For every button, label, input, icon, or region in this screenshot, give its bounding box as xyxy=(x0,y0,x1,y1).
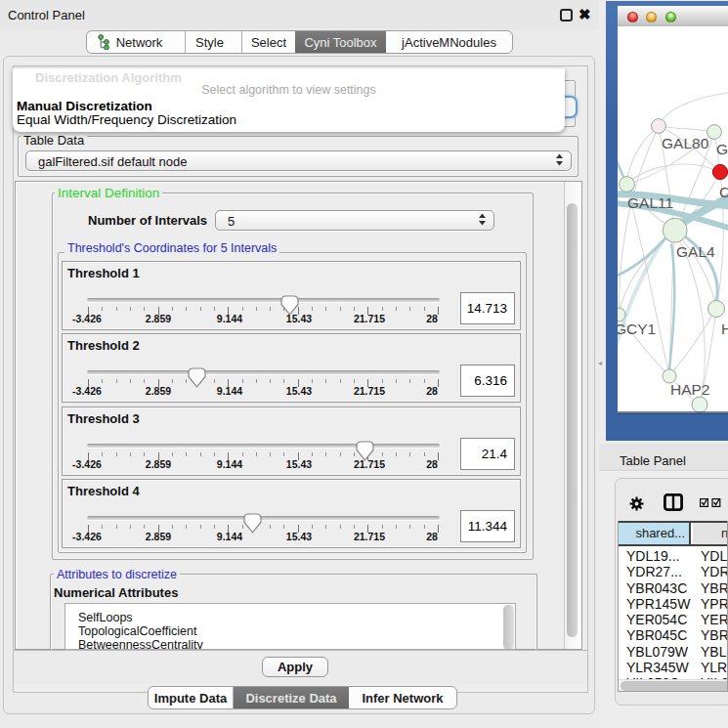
svg-text:G.: G. xyxy=(716,141,728,157)
svg-text:H: H xyxy=(721,321,728,337)
svg-text:GAL11: GAL11 xyxy=(627,194,673,211)
svg-text:HAP2: HAP2 xyxy=(670,381,710,398)
svg-text:GAL80: GAL80 xyxy=(662,135,709,151)
svg-text:GAL4: GAL4 xyxy=(676,243,715,260)
svg-text:GCY1: GCY1 xyxy=(618,321,656,337)
svg-text:C: C xyxy=(719,184,728,200)
